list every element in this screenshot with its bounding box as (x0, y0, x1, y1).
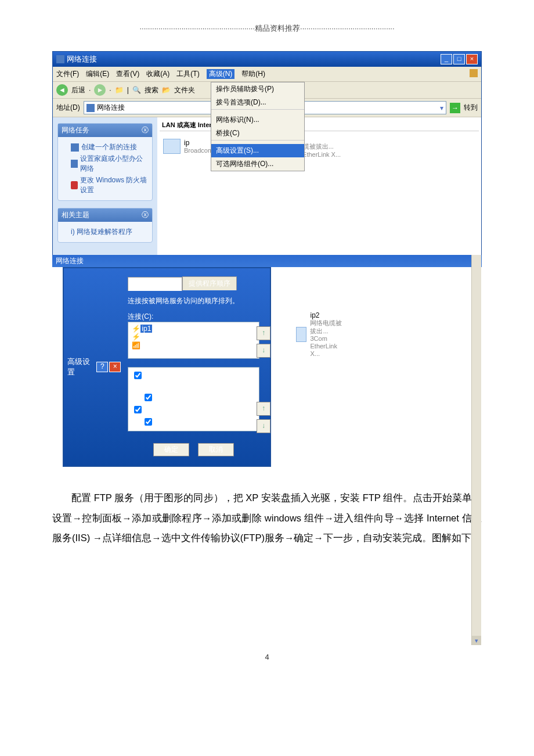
firewall-icon (71, 181, 78, 189)
conn-move-down-button[interactable]: ↓ (257, 344, 270, 358)
address-dropdown-icon[interactable]: ▾ (440, 104, 443, 112)
address-icon (86, 104, 95, 112)
tab-provider-order[interactable]: 提供程序顺序 (182, 276, 237, 290)
right-conn-name: ip2 (310, 311, 344, 319)
header-separator-line: ········································… (52, 23, 482, 34)
adv-item-optional-components[interactable]: 可选网络组件(O)... (211, 157, 304, 171)
adv-item-network-id[interactable]: 网络标识(N)... (211, 113, 304, 127)
maximize-button[interactable]: □ (453, 54, 465, 64)
go-button[interactable]: → (450, 103, 460, 113)
back-label: 后退 (71, 85, 85, 95)
menu-help[interactable]: 帮助(H) (241, 69, 265, 79)
wizard-icon (71, 143, 79, 152)
advanced-dropdown-menu: 操作员辅助拨号(P) 拨号首选项(D)... 网络标识(N)... 桥接(C) … (211, 82, 305, 171)
adv-item-bridge[interactable]: 桥接(C) (211, 127, 304, 140)
task-setup-home-net[interactable]: 设置家庭或小型办公网络 (71, 154, 149, 174)
side-panel: 网络任务 ⓧ 创建一个新的连接 设置家庭或小型办公网络 更改 Windows 防… (53, 117, 157, 255)
toolbar: ◄ 后退 · ► · 📁 | 🔍 搜索 📂 文件夹 操作员辅助拨号(P) 拨号首… (53, 82, 481, 99)
task-create-connection[interactable]: 创建一个新的连接 (71, 142, 149, 152)
lan-icon (163, 139, 181, 154)
panel-related-title: 相关主题 (62, 210, 89, 220)
cancel-button[interactable]: 取消 (198, 443, 234, 456)
chk-tcpip-2[interactable] (145, 418, 152, 426)
ok-button[interactable]: 确定 (153, 443, 189, 456)
task-firewall[interactable]: 更改 Windows 防火墙设置 (71, 175, 149, 195)
menu-tools[interactable]: 工具(T) (176, 69, 199, 79)
chk-ms-net-client[interactable] (134, 406, 142, 413)
bind-move-up-button[interactable]: ↑ (257, 402, 270, 416)
conn-order-buttons: ↑ ↓ (257, 326, 270, 358)
search-icon[interactable]: 🔍 (132, 86, 141, 94)
right-conn-sub1: 网络电缆被拔出... (310, 319, 344, 334)
bind-order-buttons: ↑ ↓ (257, 402, 270, 433)
scroll-down-icon[interactable]: ▾ (472, 636, 481, 645)
windows-flag-icon (470, 69, 478, 77)
related-troubleshoot[interactable]: i) 网络疑难解答程序 (71, 227, 149, 237)
address-value: 网络连接 (97, 103, 125, 113)
sub-window-title: 网络连接 (52, 255, 482, 267)
bind-item-2: Microsoft 网络客户端 (153, 407, 218, 415)
bind-item-1: Internet 协议 (TCP/IP) (163, 395, 231, 403)
minimize-button[interactable]: _ (441, 54, 452, 64)
search-label: 搜索 (145, 85, 158, 95)
dialog-tabs: 适配器和绑定 提供程序顺序 (128, 276, 259, 290)
menu-edit[interactable]: 编辑(E) (86, 69, 109, 79)
menu-bar: 文件(F) 编辑(E) 查看(V) 收藏(A) 工具(T) 高级(N) 帮助(H… (53, 67, 481, 82)
collapse-icon-2[interactable]: ⓧ (142, 210, 149, 220)
go-label: 转到 (464, 103, 478, 113)
bindings-listbox[interactable]: 🖧 Microsoft 网络的文件和打印机共享 ↯ Internet 协议 (T… (128, 367, 259, 431)
tab-adapters-bindings[interactable]: 适配器和绑定 (128, 277, 182, 291)
adv-item-dial-prefs[interactable]: 拨号首选项(D)... (211, 96, 304, 109)
back-button[interactable]: ◄ (56, 84, 68, 96)
connections-listbox[interactable]: ⚡ip1 ⚡ip2 📶[远程访问连接] (128, 322, 259, 359)
dialog-description: 连接按被网络服务访问的顺序排列。 (128, 296, 259, 306)
adv-item-operator-dial[interactable]: 操作员辅助拨号(P) (211, 82, 304, 96)
titlebar: 网络连接 _ □ × (53, 52, 481, 67)
instruction-paragraph: 配置 FTP 服务（用于图形的同步），把 XP 安装盘插入光驱，安装 FTP 组… (52, 488, 482, 548)
conn-item-ip2: ip2 (140, 333, 150, 341)
up-folder-icon[interactable]: 📁 (115, 86, 124, 94)
adv-item-advanced-settings[interactable]: 高级设置(S)... (211, 144, 304, 157)
menu-view[interactable]: 查看(V) (116, 69, 139, 79)
home-net-icon (71, 160, 78, 168)
window-title: 网络连接 (67, 54, 97, 64)
dialog-close-button[interactable]: × (109, 362, 121, 372)
address-label: 地址(D) (56, 103, 80, 113)
right-connection-ip2[interactable]: ip2 网络电缆被拔出... 3Com EtherLink X... (296, 311, 344, 358)
chk-tcpip-1[interactable] (145, 394, 152, 401)
conn-item-remote: [远程访问连接] (140, 341, 186, 350)
conn-move-up-button[interactable]: ↑ (257, 326, 270, 340)
lan-unplugged-icon-2 (296, 327, 306, 342)
main-area: LAN 或高速 Internet ip Broadcom NetXtre... … (157, 117, 481, 255)
section-lan-label: LAN 或高速 Internet (160, 120, 479, 131)
menu-advanced[interactable]: 高级(N) (207, 69, 235, 79)
close-button[interactable]: × (466, 54, 478, 64)
connections-label: 连接(C): (128, 312, 259, 322)
menu-file[interactable]: 文件(F) (56, 69, 79, 79)
network-connections-window: 网络连接 _ □ × 文件(F) 编辑(E) 查看(V) 收藏(A) 工具(T)… (52, 51, 482, 256)
folders-label: 文件夹 (174, 85, 195, 95)
bind-item-3: Internet 协议 (TCP/IP) (163, 419, 231, 427)
dialog-help-button[interactable]: ? (96, 362, 108, 372)
vertical-scrollbar[interactable]: ▾ (471, 255, 481, 645)
app-icon (56, 55, 64, 63)
forward-button[interactable]: ► (94, 84, 106, 96)
menu-favorites[interactable]: 收藏(A) (146, 69, 169, 79)
collapse-icon[interactable]: ⓧ (142, 125, 149, 135)
right-conn-sub2: 3Com EtherLink X... (310, 335, 344, 358)
folders-icon[interactable]: 📂 (162, 86, 171, 94)
conn-item-ip1: ip1 (140, 325, 152, 333)
chk-file-print-share[interactable] (134, 372, 142, 379)
bind-move-down-button[interactable]: ↓ (257, 419, 270, 433)
dialog-title: 高级设置 (67, 357, 96, 377)
page-number: 4 (52, 653, 482, 661)
advanced-settings-dialog: 高级设置 ? × 适配器和绑定 提供程序顺序 连接按被网络服务访问的顺序排列。 … (63, 267, 271, 467)
panel-tasks-title: 网络任务 (62, 125, 89, 135)
